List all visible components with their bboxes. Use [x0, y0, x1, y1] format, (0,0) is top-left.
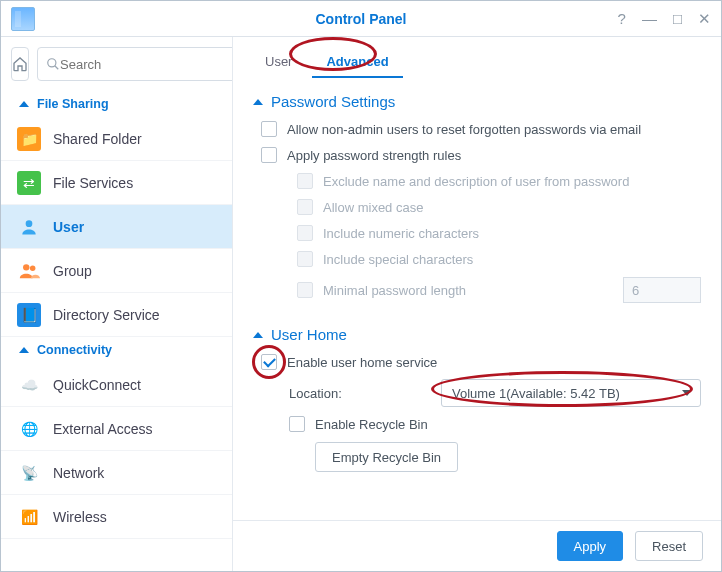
- sidebar-item-shared-folder[interactable]: 📁 Shared Folder: [1, 117, 232, 161]
- svg-point-2: [26, 220, 33, 227]
- main-panel: User Advanced Password Settings Allow no…: [233, 37, 721, 571]
- svg-point-3: [23, 264, 29, 270]
- label-enable-home: Enable user home service: [287, 355, 437, 370]
- svg-point-0: [48, 59, 56, 67]
- cloud-icon: ☁️: [17, 373, 41, 397]
- password-settings-header[interactable]: Password Settings: [253, 87, 701, 116]
- section-user-home: User Home Enable user home service Locat…: [253, 320, 701, 477]
- home-button[interactable]: [11, 47, 29, 81]
- wifi-icon: 📶: [17, 505, 41, 529]
- checkbox-enable-recycle[interactable]: [289, 416, 305, 432]
- empty-recycle-button[interactable]: Empty Recycle Bin: [315, 442, 458, 472]
- search-box[interactable]: [37, 47, 233, 81]
- sidebar: File Sharing 📁 Shared Folder ⇄ File Serv…: [1, 37, 233, 571]
- label-allow-reset: Allow non-admin users to reset forgotten…: [287, 122, 641, 137]
- svg-point-4: [30, 265, 35, 271]
- chevron-up-icon: [19, 347, 29, 353]
- footer: Apply Reset: [233, 520, 721, 571]
- directory-icon: 📘: [17, 303, 41, 327]
- checkbox-numeric: [297, 225, 313, 241]
- apply-button[interactable]: Apply: [557, 531, 624, 561]
- checkbox-special: [297, 251, 313, 267]
- tab-user[interactable]: User: [251, 48, 306, 77]
- tabs: User Advanced: [233, 37, 721, 77]
- group-icon: [17, 259, 41, 283]
- section-connectivity[interactable]: Connectivity: [1, 337, 232, 363]
- checkbox-allow-reset[interactable]: [261, 121, 277, 137]
- titlebar: Control Panel ? — □ ✕: [1, 1, 721, 37]
- close-icon[interactable]: ✕: [698, 11, 711, 26]
- folder-icon: 📁: [17, 127, 41, 151]
- window-title: Control Panel: [315, 11, 406, 27]
- app-icon: [11, 7, 35, 31]
- sidebar-item-quickconnect[interactable]: ☁️ QuickConnect: [1, 363, 232, 407]
- user-icon: [17, 215, 41, 239]
- sidebar-item-wireless[interactable]: 📶 Wireless: [1, 495, 232, 539]
- sidebar-item-file-services[interactable]: ⇄ File Services: [1, 161, 232, 205]
- sidebar-item-group[interactable]: Group: [1, 249, 232, 293]
- checkbox-mixed-case: [297, 199, 313, 215]
- min-length-input: [623, 277, 701, 303]
- location-label: Location:: [289, 386, 342, 401]
- sidebar-item-user[interactable]: User: [1, 205, 232, 249]
- checkbox-enable-home[interactable]: [261, 354, 277, 370]
- location-select[interactable]: Volume 1(Available: 5.42 TB): [441, 379, 701, 407]
- search-input[interactable]: [60, 57, 228, 72]
- help-icon[interactable]: ?: [618, 11, 626, 26]
- chevron-up-icon: [19, 101, 29, 107]
- tab-advanced[interactable]: Advanced: [312, 48, 402, 77]
- minimize-icon[interactable]: —: [642, 11, 657, 26]
- sidebar-item-network[interactable]: 📡 Network: [1, 451, 232, 495]
- checkbox-min-length: [297, 282, 313, 298]
- network-icon: 📡: [17, 461, 41, 485]
- globe-icon: 🌐: [17, 417, 41, 441]
- section-password-settings: Password Settings Allow non-admin users …: [253, 87, 701, 308]
- reset-button[interactable]: Reset: [635, 531, 703, 561]
- checkbox-apply-rules[interactable]: [261, 147, 277, 163]
- sidebar-item-directory-service[interactable]: 📘 Directory Service: [1, 293, 232, 337]
- control-panel-window: Control Panel ? — □ ✕ File Sharing: [0, 0, 722, 572]
- search-icon: [46, 57, 60, 71]
- section-file-sharing[interactable]: File Sharing: [1, 91, 232, 117]
- chevron-up-icon: [253, 332, 263, 338]
- user-home-header[interactable]: User Home: [253, 320, 701, 349]
- chevron-down-icon: [682, 390, 692, 396]
- chevron-up-icon: [253, 99, 263, 105]
- home-icon: [12, 56, 28, 72]
- label-apply-rules: Apply password strength rules: [287, 148, 461, 163]
- maximize-icon[interactable]: □: [673, 11, 682, 26]
- checkbox-exclude-name: [297, 173, 313, 189]
- svg-line-1: [55, 66, 59, 70]
- sidebar-item-external-access[interactable]: 🌐 External Access: [1, 407, 232, 451]
- file-services-icon: ⇄: [17, 171, 41, 195]
